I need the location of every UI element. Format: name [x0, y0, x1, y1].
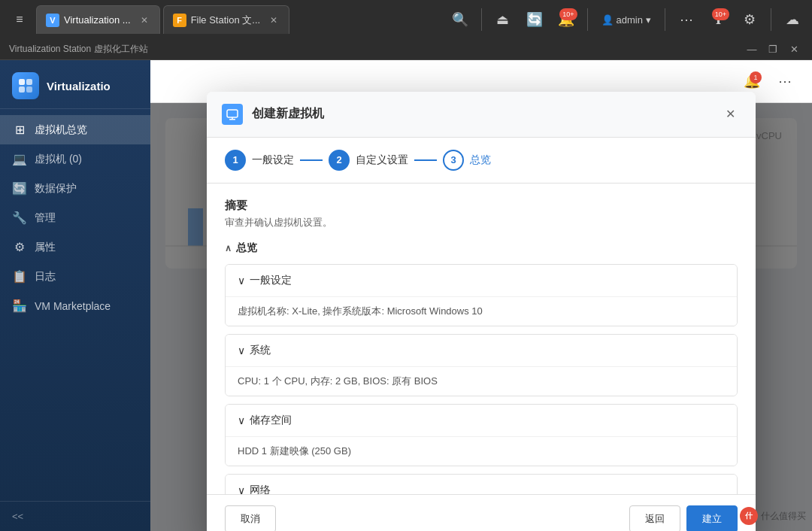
modal-title: 创建新虚拟机 [252, 106, 710, 122]
divider-4 [771, 8, 771, 31]
general-section-header[interactable]: ∨ 一般设定 [226, 265, 737, 297]
restore-button[interactable]: ❐ [764, 41, 782, 59]
storage-section-title: 储存空间 [250, 414, 292, 427]
modal-overlay: 创建新虚拟机 ✕ 1 一般设定 2 自定义设置 [150, 103, 812, 531]
modal-close-button[interactable]: ✕ [720, 104, 741, 125]
tab-icon-virt: V [46, 14, 59, 27]
window-close-button[interactable]: ✕ [785, 41, 803, 59]
menu-button[interactable]: ≡ [6, 6, 33, 33]
overview-label: 虚拟机总览 [35, 123, 87, 137]
info-button[interactable]: ℹ 10+ [704, 6, 732, 33]
sidebar-header: Virtualizatio [0, 60, 150, 109]
system-section-title: 系统 [250, 344, 271, 357]
sidebar-footer: << [0, 501, 150, 531]
system-section-header[interactable]: ∨ 系统 [226, 335, 737, 367]
user-icon: 👤 [601, 14, 614, 26]
marketplace-icon: 🏪 [12, 299, 27, 313]
more-options-button[interactable]: ⋯ [773, 69, 797, 93]
info-badge: 10+ [712, 8, 729, 20]
taskbar: ≡ V Virtualization ... ✕ F File Station … [0, 0, 812, 39]
modal-title-icon [222, 104, 243, 125]
sidebar-item-properties[interactable]: ⚙ 属性 [0, 232, 150, 262]
tab-label-file: File Station 文... [191, 14, 260, 27]
svg-rect-0 [19, 79, 25, 85]
manage-icon: 🔧 [12, 211, 27, 225]
cancel-button[interactable]: 取消 [225, 505, 276, 532]
create-button[interactable]: 建立 [686, 505, 738, 532]
sidebar-item-vms[interactable]: 💻 虚拟机 (0) [0, 144, 150, 174]
sidebar-collapse-button[interactable]: << [12, 511, 138, 522]
summary-subtitle: 审查并确认虚拟机设置。 [225, 216, 738, 229]
overview-icon: ⊞ [12, 123, 27, 137]
sidebar-nav: ⊞ 虚拟机总览 💻 虚拟机 (0) 🔄 数据保护 🔧 管理 ⚙ 属性 📋 日 [0, 109, 150, 501]
collapse-icon: << [12, 511, 23, 522]
user-button[interactable]: 👤 admin ▾ [595, 11, 657, 29]
taskbar-icons: 🔍 ⏏ 🔄 🔔 10+ 👤 admin ▾ ⋯ ℹ 10+ ⚙ ☁ [447, 6, 806, 33]
summary-chevron-icon: ∧ [225, 243, 232, 253]
step-sep-1 [300, 159, 323, 161]
general-section-value: 虚拟机名称: X-Lite, 操作系统版本: Microsoft Windows… [238, 305, 483, 317]
svg-rect-13 [229, 119, 235, 120]
svg-rect-3 [26, 86, 32, 93]
sidebar-item-overview[interactable]: ⊞ 虚拟机总览 [0, 115, 150, 144]
divider-2 [587, 8, 588, 31]
storage-section-header[interactable]: ∨ 储存空间 [226, 405, 737, 437]
vms-icon: 💻 [12, 152, 27, 166]
step-3[interactable]: 3 总览 [443, 150, 491, 171]
tab-close-virt[interactable]: ✕ [138, 14, 150, 26]
bell-button[interactable]: 🔔 10+ [553, 6, 580, 33]
divider-1 [481, 8, 482, 31]
system-section-content: CPU: 1 个 CPU, 内存: 2 GB, BIOS: 原有 BIOS [226, 367, 737, 396]
search-button[interactable]: 🔍 [447, 6, 474, 33]
summary-title: 摘要 [225, 199, 738, 213]
network-section-header[interactable]: ∨ 网络 [226, 475, 737, 494]
eject-button[interactable]: ⏏ [489, 6, 517, 33]
sidebar: Virtualizatio ⊞ 虚拟机总览 💻 虚拟机 (0) 🔄 数据保护 🔧… [0, 60, 150, 531]
network-chevron-icon: ∨ [238, 484, 245, 494]
minimize-button[interactable]: — [743, 41, 761, 59]
step-2[interactable]: 2 自定义设置 [329, 150, 408, 171]
properties-label: 属性 [35, 241, 56, 254]
step-circle-2: 2 [329, 150, 350, 171]
network-section-title: 网络 [250, 484, 271, 494]
back-button[interactable]: 返回 [629, 505, 680, 532]
tab-icon-file: F [173, 14, 186, 27]
marketplace-label: VM Marketplace [35, 300, 111, 312]
main-content: 🔔 1 ⋯ vCPU [150, 60, 812, 531]
wizard-steps: 1 一般设定 2 自定义设置 3 总览 [207, 138, 756, 184]
sidebar-item-manage[interactable]: 🔧 管理 [0, 203, 150, 232]
tab-virtualization[interactable]: V Virtualization ... ✕ [36, 5, 160, 34]
settings-button[interactable]: ⚙ [736, 6, 763, 33]
logs-icon: 📋 [12, 269, 27, 284]
svg-rect-1 [26, 79, 32, 85]
system-chevron-icon: ∨ [238, 344, 245, 357]
tab-filestation[interactable]: F File Station 文... ✕ [163, 5, 289, 34]
svg-rect-12 [227, 110, 238, 117]
modal-body: 摘要 审查并确认虚拟机设置。 ∧ 总览 ∨ 一般设定 [207, 184, 756, 494]
sidebar-item-marketplace[interactable]: 🏪 VM Marketplace [0, 291, 150, 320]
general-chevron-icon: ∨ [238, 275, 245, 287]
network-section: ∨ 网络 网络适配器 1 Virtual Switch 7 (10.12.12.… [225, 474, 738, 494]
username-label: admin [617, 14, 643, 26]
storage-section-content: HDD 1 新建映像 (250 GB) [226, 437, 737, 466]
divider-3 [665, 8, 665, 31]
step-1[interactable]: 1 一般设定 [225, 150, 294, 171]
bell-badge: 10+ [559, 8, 577, 20]
step-label-1: 一般设定 [252, 153, 294, 167]
app-logo [12, 72, 39, 99]
cloud-button[interactable]: ☁ [779, 6, 806, 33]
sidebar-item-protection[interactable]: 🔄 数据保护 [0, 174, 150, 203]
properties-icon: ⚙ [12, 240, 27, 254]
storage-section-value: HDD 1 新建映像 (250 GB) [238, 445, 351, 457]
watermark: 什 什么值得买 [740, 507, 806, 525]
tab-close-file[interactable]: ✕ [268, 14, 280, 26]
step-label-2: 自定义设置 [356, 153, 408, 167]
vm-icon [226, 108, 238, 120]
notification-button[interactable]: 🔔 1 [740, 69, 764, 93]
sync-button[interactable]: 🔄 [521, 6, 548, 33]
protection-icon: 🔄 [12, 181, 27, 196]
sidebar-item-logs[interactable]: 📋 日志 [0, 262, 150, 291]
dots-button[interactable]: ⋯ [673, 6, 700, 33]
chevron-down-icon: ▾ [646, 14, 651, 26]
step-circle-1: 1 [225, 150, 246, 171]
